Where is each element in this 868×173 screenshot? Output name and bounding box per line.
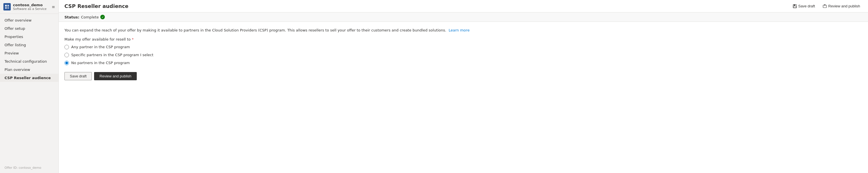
sidebar-header-text: contoso_demo Software as a Service bbox=[13, 3, 50, 11]
sidebar-item-technical-configuration[interactable]: Technical configuration bbox=[0, 57, 59, 66]
radio-no-partners-label: No partners in the CSP program bbox=[71, 61, 130, 65]
sidebar-item-csp-reseller-audience[interactable]: CSP Reseller audience bbox=[0, 74, 59, 82]
sidebar-item-plan-overview[interactable]: Plan overview bbox=[0, 66, 59, 74]
radio-option-no-partners[interactable]: No partners in the CSP program bbox=[64, 61, 862, 65]
topbar-review-publish-label: Review and publish bbox=[828, 4, 860, 8]
topbar: CSP Reseller audience Save draft Review … bbox=[59, 0, 868, 13]
sidebar-item-offer-setup[interactable]: Offer setup bbox=[0, 24, 59, 33]
section-label: Make my offer available for resell to * bbox=[64, 37, 862, 42]
status-value: Complete bbox=[81, 15, 99, 19]
offer-id-label: Offer ID: contoso_demo bbox=[0, 164, 59, 173]
svg-rect-3 bbox=[7, 7, 9, 9]
sidebar-item-preview[interactable]: Preview bbox=[0, 49, 59, 57]
radio-specific-partners-input[interactable] bbox=[64, 53, 69, 57]
status-label: Status: bbox=[64, 15, 80, 19]
sidebar: contoso_demo Software as a Service ≡ Off… bbox=[0, 0, 59, 173]
radio-no-partners-input[interactable] bbox=[64, 61, 69, 65]
sidebar-item-properties[interactable]: Properties bbox=[0, 33, 59, 41]
radio-any-partner-label: Any partner in the CSP program bbox=[71, 45, 130, 49]
topbar-actions: Save draft Review and publish bbox=[790, 3, 862, 9]
company-name: contoso_demo bbox=[13, 3, 50, 7]
radio-option-specific-partners[interactable]: Specific partners in the CSP program I s… bbox=[64, 53, 862, 57]
radio-option-any-partner[interactable]: Any partner in the CSP program bbox=[64, 45, 862, 49]
save-draft-icon bbox=[793, 4, 797, 8]
review-publish-button[interactable]: Review and publish bbox=[94, 72, 137, 80]
save-draft-button[interactable]: Save draft bbox=[64, 72, 92, 80]
sidebar-item-offer-overview[interactable]: Offer overview bbox=[0, 16, 59, 24]
review-publish-icon bbox=[823, 4, 827, 8]
sidebar-nav: Offer overview Offer setup Properties Of… bbox=[0, 14, 59, 164]
topbar-save-draft-label: Save draft bbox=[798, 4, 815, 8]
radio-any-partner-input[interactable] bbox=[64, 45, 69, 49]
sidebar-menu-icon[interactable]: ≡ bbox=[52, 4, 55, 9]
topbar-save-draft-button[interactable]: Save draft bbox=[790, 3, 817, 9]
content-area: You can expand the reach of your offer b… bbox=[59, 22, 868, 173]
topbar-review-publish-button[interactable]: Review and publish bbox=[820, 3, 862, 9]
action-buttons: Save draft Review and publish bbox=[64, 72, 862, 80]
radio-group: Any partner in the CSP program Specific … bbox=[64, 45, 862, 65]
main-content: CSP Reseller audience Save draft Review … bbox=[59, 0, 868, 173]
learn-more-link[interactable]: Learn more bbox=[449, 28, 470, 32]
page-title: CSP Reseller audience bbox=[64, 3, 129, 9]
svg-rect-2 bbox=[5, 7, 7, 9]
sidebar-header: contoso_demo Software as a Service ≡ bbox=[0, 0, 59, 14]
svg-rect-0 bbox=[5, 5, 7, 6]
description-text: You can expand the reach of your offer b… bbox=[64, 27, 862, 33]
company-subtitle: Software as a Service bbox=[13, 7, 50, 11]
app-logo bbox=[3, 3, 11, 10]
sidebar-item-offer-listing[interactable]: Offer listing bbox=[0, 41, 59, 49]
radio-specific-partners-label: Specific partners in the CSP program I s… bbox=[71, 53, 153, 57]
status-check-icon: ✓ bbox=[100, 15, 105, 19]
svg-rect-6 bbox=[794, 6, 796, 8]
svg-rect-1 bbox=[7, 5, 9, 6]
status-bar: Status: Complete ✓ bbox=[59, 13, 868, 22]
required-star: * bbox=[130, 37, 134, 42]
svg-rect-5 bbox=[794, 4, 795, 6]
